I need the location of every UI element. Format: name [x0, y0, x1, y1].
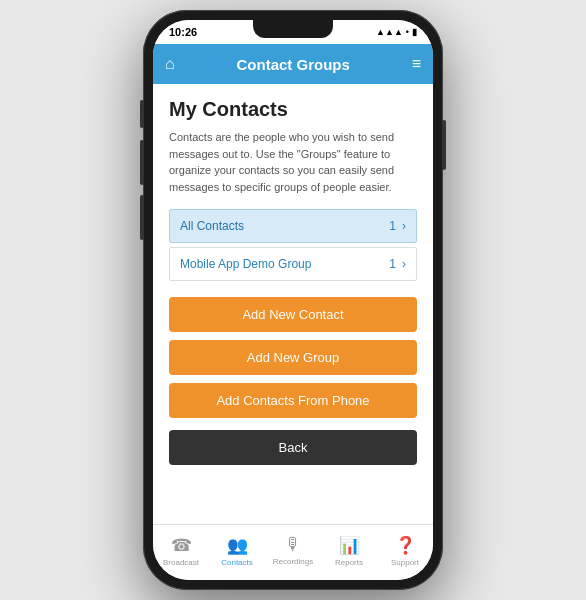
- reports-label: Reports: [335, 558, 363, 567]
- page-title: My Contacts: [169, 98, 417, 121]
- reports-icon: 📊: [339, 535, 360, 556]
- wifi-icon: •: [406, 27, 409, 37]
- chevron-right-icon-2: ›: [402, 257, 406, 271]
- menu-icon[interactable]: ≡: [412, 55, 421, 73]
- nav-header: ⌂ Contact Groups ≡: [153, 44, 433, 84]
- demo-group-count: 1: [389, 257, 396, 271]
- contacts-icon: 👥: [227, 535, 248, 556]
- recordings-icon: 🎙: [285, 535, 302, 555]
- contact-item-all[interactable]: All Contacts 1 ›: [169, 209, 417, 243]
- tab-bar: ☎ Broadcast 👥 Contacts 🎙 Recordings 📊 Re…: [153, 524, 433, 580]
- all-contacts-right: 1 ›: [389, 219, 406, 233]
- phone-screen: 10:26 ▲▲▲ • ▮ ⌂ Contact Groups ≡ My Cont…: [153, 20, 433, 580]
- chevron-right-icon: ›: [402, 219, 406, 233]
- support-icon: ❓: [395, 535, 416, 556]
- tab-contacts[interactable]: 👥 Contacts: [209, 535, 265, 567]
- tab-reports[interactable]: 📊 Reports: [321, 535, 377, 567]
- tab-support[interactable]: ❓ Support: [377, 535, 433, 567]
- phone-frame: 10:26 ▲▲▲ • ▮ ⌂ Contact Groups ≡ My Cont…: [143, 10, 443, 590]
- tab-recordings[interactable]: 🎙 Recordings: [265, 535, 321, 566]
- home-icon[interactable]: ⌂: [165, 55, 175, 73]
- nav-title: Contact Groups: [236, 56, 349, 73]
- volume-down-button: [140, 195, 144, 240]
- recordings-label: Recordings: [273, 557, 313, 566]
- phone-notch: [253, 20, 333, 38]
- broadcast-icon: ☎: [171, 535, 192, 556]
- add-contacts-from-phone-button[interactable]: Add Contacts From Phone: [169, 383, 417, 418]
- contact-list: All Contacts 1 › Mobile App Demo Group 1…: [169, 209, 417, 281]
- description-text: Contacts are the people who you wish to …: [169, 129, 417, 195]
- silent-switch: [140, 100, 144, 128]
- volume-up-button: [140, 140, 144, 185]
- signal-icon: ▲▲▲: [376, 27, 403, 37]
- status-time: 10:26: [169, 26, 197, 38]
- demo-group-label: Mobile App Demo Group: [180, 257, 311, 271]
- status-icons: ▲▲▲ • ▮: [376, 27, 417, 37]
- power-button: [442, 120, 446, 170]
- all-contacts-label: All Contacts: [180, 219, 244, 233]
- add-new-contact-button[interactable]: Add New Contact: [169, 297, 417, 332]
- support-label: Support: [391, 558, 419, 567]
- broadcast-label: Broadcast: [163, 558, 199, 567]
- contacts-label: Contacts: [221, 558, 253, 567]
- all-contacts-count: 1: [389, 219, 396, 233]
- battery-icon: ▮: [412, 27, 417, 37]
- demo-group-right: 1 ›: [389, 257, 406, 271]
- contact-item-demo-group[interactable]: Mobile App Demo Group 1 ›: [169, 247, 417, 281]
- main-content: My Contacts Contacts are the people who …: [153, 84, 433, 524]
- add-new-group-button[interactable]: Add New Group: [169, 340, 417, 375]
- back-button[interactable]: Back: [169, 430, 417, 465]
- tab-broadcast[interactable]: ☎ Broadcast: [153, 535, 209, 567]
